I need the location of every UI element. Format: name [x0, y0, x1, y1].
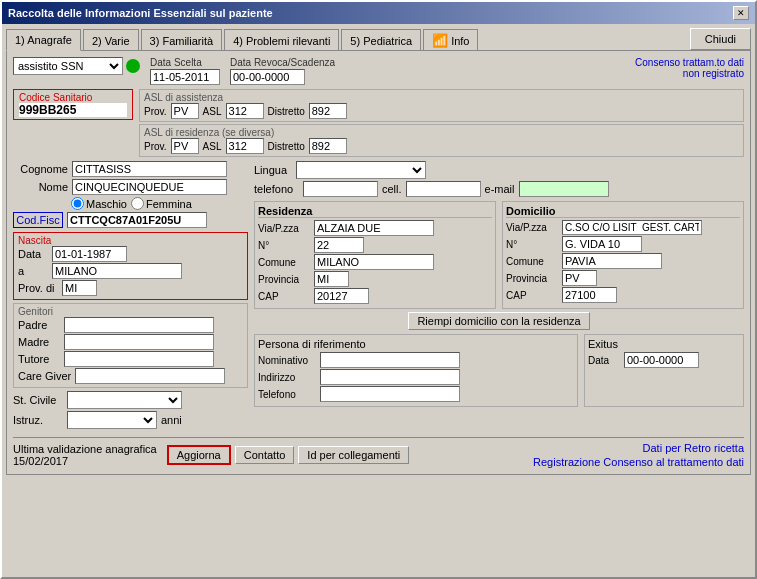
dom-provincia-input[interactable]: [562, 270, 597, 286]
cod-sanitario-input[interactable]: [19, 103, 127, 117]
prov2-input[interactable]: [171, 138, 199, 154]
res-via-input[interactable]: [314, 220, 434, 236]
nominativo-input[interactable]: [320, 352, 460, 368]
rif-telefono-label: Telefono: [258, 389, 316, 400]
telefono-label: telefono: [254, 183, 299, 195]
maschio-radio[interactable]: [71, 197, 84, 210]
dom-via-input[interactable]: [562, 220, 702, 235]
ultima-date: 15/02/2017: [13, 455, 157, 467]
window-title: Raccolta delle Informazioni Essenziali s…: [8, 7, 273, 19]
st-civile-label: St. Civile: [13, 394, 63, 406]
rif-telefono-input[interactable]: [320, 386, 460, 402]
codfisc-input[interactable]: [67, 212, 207, 228]
lingua-select[interactable]: [296, 161, 426, 179]
data-scelta-input[interactable]: [150, 69, 220, 85]
wifi-icon: 📶: [432, 33, 448, 48]
tutore-input[interactable]: [64, 351, 214, 367]
dom-cap-input[interactable]: [562, 287, 617, 303]
data-revoca-input[interactable]: [230, 69, 305, 85]
asl-input[interactable]: [226, 103, 264, 119]
asl-assistenza-label: ASL di assistenza: [144, 92, 739, 103]
cognome-label: Cognome: [13, 163, 68, 175]
contatto-button[interactable]: Contatto: [235, 446, 295, 464]
prov-input[interactable]: [171, 103, 199, 119]
madre-input[interactable]: [64, 334, 214, 350]
lingua-label: Lingua: [254, 164, 292, 176]
fill-domicilio-button[interactable]: Riempi domicilio con la residenza: [408, 312, 589, 330]
nominativo-label: Nominativo: [258, 355, 316, 366]
distretto-input[interactable]: [309, 103, 347, 119]
id-button[interactable]: Id per collegamenti: [298, 446, 409, 464]
tab-info[interactable]: 📶 Info: [423, 29, 478, 51]
domicilio-title: Domicilio: [506, 205, 740, 218]
femmina-radio[interactable]: [131, 197, 144, 210]
dom-cap-label: CAP: [506, 290, 558, 301]
main-window: Raccolta delle Informazioni Essenziali s…: [0, 0, 757, 579]
prov-nascita-label: Prov. di: [18, 282, 58, 294]
nascita-luogo-input[interactable]: [52, 263, 182, 279]
res-provincia-input[interactable]: [314, 271, 349, 287]
femmina-radio-label[interactable]: Femmina: [131, 197, 192, 210]
nascita-data-input[interactable]: [52, 246, 127, 262]
residenza-title: Residenza: [258, 205, 492, 218]
cell-input[interactable]: [406, 181, 481, 197]
res-n-input[interactable]: [314, 237, 364, 253]
tabs-container: 1) Anagrafe 2) Varie 3) Familiarità 4) P…: [6, 28, 478, 50]
caregiver-input[interactable]: [75, 368, 225, 384]
asl2-input[interactable]: [226, 138, 264, 154]
tipo-assistito-select[interactable]: assistito SSN: [13, 57, 123, 75]
telefono-input[interactable]: [303, 181, 378, 197]
res-cap-label: CAP: [258, 291, 310, 302]
consenso-line1: Consenso trattam.to dati: [365, 57, 744, 68]
indirizzo-input[interactable]: [320, 369, 460, 385]
registrazione-link[interactable]: Registrazione Consenso al trattamento da…: [533, 456, 744, 468]
padre-input[interactable]: [64, 317, 214, 333]
tab-panel: assistito SSN Data Scelta Data Revoca/Sc…: [6, 50, 751, 475]
aggiorna-button[interactable]: Aggiorna: [167, 445, 231, 465]
prov-nascita-input[interactable]: [62, 280, 97, 296]
asl2-label: ASL: [203, 141, 222, 152]
codfisc-label: Cod.Fisc: [13, 212, 63, 228]
title-bar: Raccolta delle Informazioni Essenziali s…: [2, 2, 755, 24]
cell-label: cell.: [382, 183, 402, 195]
dom-n-input[interactable]: [562, 236, 642, 252]
ultima-validazione: Ultima validazione anagrafica 15/02/2017: [13, 443, 157, 467]
genitori-label: Genitori: [18, 306, 243, 317]
cod-sanitario-label: Codice Sanitario: [19, 92, 127, 103]
tab-pediatrica[interactable]: 5) Pediatrica: [341, 29, 421, 51]
dom-comune-input[interactable]: [562, 253, 662, 269]
indirizzo-label: Indirizzo: [258, 372, 316, 383]
maschio-radio-label[interactable]: Maschio: [71, 197, 127, 210]
chiudi-button[interactable]: Chiudi: [690, 28, 751, 50]
tab-familiarita[interactable]: 3) Familiarità: [141, 29, 223, 51]
title-controls: ✕: [733, 6, 749, 20]
asl-label: ASL: [203, 106, 222, 117]
tab-varie[interactable]: 2) Varie: [83, 29, 139, 51]
exitus-title: Exitus: [588, 338, 740, 350]
distretto2-input[interactable]: [309, 138, 347, 154]
tab-problemi[interactable]: 4) Problemi rilevanti: [224, 29, 339, 51]
padre-label: Padre: [18, 319, 60, 331]
asl-residenza-label: ASL di residenza (se diversa): [144, 127, 739, 138]
istruz-label: Istruz.: [13, 414, 63, 426]
data-scelta-label: Data Scelta: [150, 57, 220, 68]
nome-input[interactable]: [72, 179, 227, 195]
res-comune-input[interactable]: [314, 254, 434, 270]
tab-anagrafe[interactable]: 1) Anagrafe: [6, 29, 81, 51]
email-input[interactable]: [519, 181, 609, 197]
data-revoca-label: Data Revoca/Scadenza: [230, 57, 335, 68]
tab-bar: 1) Anagrafe 2) Varie 3) Familiarità 4) P…: [6, 28, 751, 50]
st-civile-select[interactable]: [67, 391, 182, 409]
exitus-data-input[interactable]: [624, 352, 699, 368]
res-cap-input[interactable]: [314, 288, 369, 304]
a-label: a: [18, 265, 48, 277]
istruz-select[interactable]: [67, 411, 157, 429]
cognome-input[interactable]: [72, 161, 227, 177]
dati-retro-link[interactable]: Dati per Retro ricetta: [533, 442, 744, 454]
email-label: e-mail: [485, 183, 515, 195]
prov2-label: Prov.: [144, 141, 167, 152]
dom-n-label: N°: [506, 239, 558, 250]
dom-provincia-label: Provincia: [506, 273, 558, 284]
ultima-label: Ultima validazione anagrafica: [13, 443, 157, 455]
close-button[interactable]: ✕: [733, 6, 749, 20]
